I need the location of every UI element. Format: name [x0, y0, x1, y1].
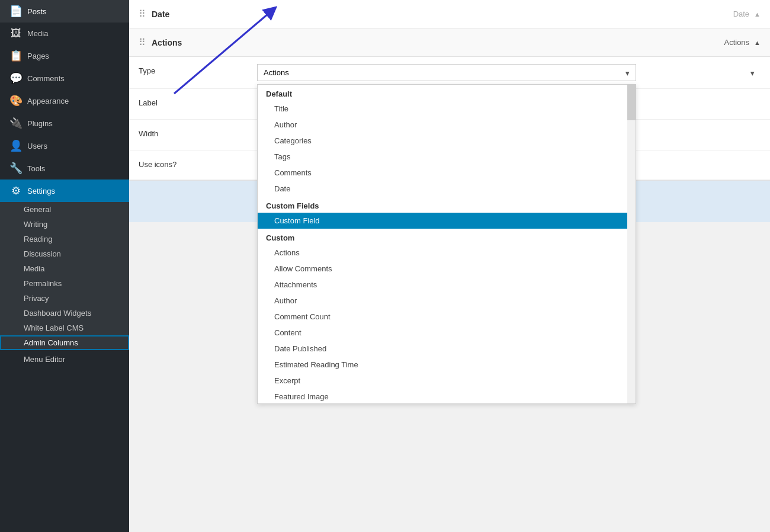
- actions-column-right-label: Actions: [724, 38, 749, 47]
- appearance-icon: 🎨: [9, 94, 23, 107]
- sidebar-item-menu-editor[interactable]: Menu Editor: [0, 350, 129, 368]
- sidebar-item-posts-label: Posts: [27, 7, 47, 16]
- submenu-permalinks-label: Permalinks: [24, 279, 62, 288]
- submenu-permalinks[interactable]: Permalinks: [0, 276, 129, 291]
- type-select-display[interactable]: Actions ▾: [257, 64, 636, 81]
- dropdown-item-comment-count[interactable]: Comment Count: [258, 309, 636, 325]
- dropdown-header-default: Default: [258, 85, 636, 101]
- sidebar-item-plugins-label: Plugins: [27, 119, 53, 128]
- submenu-general[interactable]: General: [0, 202, 129, 217]
- settings-icon: ⚙: [9, 184, 23, 197]
- sidebar-item-tools-label: Tools: [27, 164, 45, 173]
- date-column-arrow: ▲: [754, 11, 761, 18]
- dropdown-item-allow-comments[interactable]: Allow Comments: [258, 261, 636, 277]
- sidebar-item-pages[interactable]: 📋 Pages: [0, 44, 129, 67]
- submenu-admin-columns[interactable]: Admin Columns: [0, 335, 129, 350]
- dropdown-item-author2[interactable]: Author: [258, 293, 636, 309]
- dropdown-item-date-published[interactable]: Date Published: [258, 341, 636, 357]
- sidebar-item-users[interactable]: 👤 Users: [0, 134, 129, 157]
- sidebar-item-pages-label: Pages: [27, 52, 49, 60]
- dropdown-item-author[interactable]: Author: [258, 117, 636, 133]
- edit-panel: Type Actions ▾ Default Title Author: [129, 57, 770, 181]
- settings-submenu: General Writing Reading Discussion Media…: [0, 202, 129, 350]
- sidebar-item-comments-label: Comments: [27, 74, 65, 83]
- sidebar-item-media[interactable]: 🖼 Media: [0, 23, 129, 44]
- submenu-reading[interactable]: Reading: [0, 232, 129, 246]
- comments-icon: 💬: [9, 72, 23, 85]
- plugins-icon: 🔌: [9, 117, 23, 130]
- label-label: Label: [139, 96, 257, 107]
- sidebar-item-appearance-label: Appearance: [27, 97, 69, 105]
- dropdown-scrollbar-thumb[interactable]: [627, 85, 636, 120]
- sidebar-item-plugins[interactable]: 🔌 Plugins: [0, 112, 129, 134]
- submenu-general-label: General: [24, 205, 51, 214]
- date-column-row[interactable]: ⠿ Date Date ▲: [129, 0, 770, 28]
- dropdown-header-custom-fields: Custom Fields: [258, 197, 636, 213]
- dropdown-item-featured-image[interactable]: Featured Image: [258, 389, 636, 404]
- dropdown-item-tags[interactable]: Tags: [258, 149, 636, 165]
- dropdown-item-estimated-reading-time[interactable]: Estimated Reading Time: [258, 357, 636, 373]
- dropdown-item-content[interactable]: Content: [258, 325, 636, 341]
- sidebar-menu: 📄 Posts 🖼 Media 📋 Pages 💬 Comments �: [0, 0, 129, 368]
- type-select-value: Actions: [264, 68, 289, 77]
- date-column-right-label: Date: [733, 9, 749, 18]
- actions-column-arrow: ▲: [754, 39, 761, 46]
- submenu-white-label-cms[interactable]: White Label CMS: [0, 321, 129, 335]
- dropdown-item-title[interactable]: Title: [258, 101, 636, 117]
- submenu-media[interactable]: Media: [0, 261, 129, 276]
- date-column-name: Date: [152, 9, 733, 19]
- sidebar-item-appearance[interactable]: 🎨 Appearance: [0, 89, 129, 112]
- sidebar-item-settings[interactable]: ⚙ Settings General Writing Reading Discu…: [0, 180, 129, 350]
- submenu-writing-label: Writing: [24, 220, 47, 229]
- actions-column-name: Actions: [152, 38, 724, 47]
- dropdown-item-actions[interactable]: Actions: [258, 245, 636, 261]
- use-icons-label: Use icons?: [139, 158, 257, 169]
- sidebar: 📄 Posts 🖼 Media 📋 Pages 💬 Comments �: [0, 0, 129, 532]
- type-select-wrapper: Actions ▾: [257, 64, 761, 81]
- actions-drag-handle[interactable]: ⠿: [139, 37, 146, 48]
- submenu-writing[interactable]: Writing: [0, 217, 129, 232]
- submenu-discussion[interactable]: Discussion: [0, 246, 129, 261]
- sidebar-item-users-label: Users: [27, 142, 47, 150]
- pages-icon: 📋: [9, 49, 23, 62]
- submenu-privacy-label: Privacy: [24, 294, 49, 303]
- dropdown-item-categories[interactable]: Categories: [258, 133, 636, 149]
- users-icon: 👤: [9, 139, 23, 152]
- dropdown-item-comments[interactable]: Comments: [258, 165, 636, 181]
- actions-column-row[interactable]: ⠿ Actions Actions ▲: [129, 28, 770, 57]
- submenu-media-label: Media: [24, 264, 44, 273]
- submenu-admin-columns-label: Admin Columns: [24, 338, 78, 347]
- sidebar-item-comments[interactable]: 💬 Comments: [0, 67, 129, 89]
- dropdown-scrollbar-track: [627, 85, 636, 403]
- submenu-discussion-label: Discussion: [24, 249, 61, 258]
- width-label: Width: [139, 127, 257, 138]
- menu-editor-label: Menu Editor: [24, 355, 65, 364]
- dropdown-item-date[interactable]: Date: [258, 181, 636, 197]
- sidebar-item-media-label: Media: [27, 29, 48, 38]
- dropdown-item-excerpt[interactable]: Excerpt: [258, 373, 636, 389]
- type-label: Type: [139, 64, 257, 75]
- main-content: ⠿ Date Date ▲ ⠿ Actions Actions ▲ Type A…: [129, 0, 770, 532]
- type-dropdown-open[interactable]: Default Title Author Categories Tags Com…: [257, 84, 636, 404]
- sidebar-item-settings-label: Settings: [27, 187, 55, 196]
- dropdown-item-custom-field[interactable]: Custom Field: [258, 213, 636, 229]
- dropdown-arrow-icon: ▾: [625, 68, 630, 77]
- type-field: Type Actions ▾ Default Title Author: [129, 57, 770, 89]
- submenu-privacy[interactable]: Privacy: [0, 291, 129, 306]
- dropdown-item-attachments[interactable]: Attachments: [258, 277, 636, 293]
- dropdown-header-custom: Custom: [258, 229, 636, 245]
- sidebar-item-posts[interactable]: 📄 Posts: [0, 0, 129, 23]
- tools-icon: 🔧: [9, 162, 23, 175]
- submenu-white-label-cms-label: White Label CMS: [24, 323, 84, 332]
- submenu-reading-label: Reading: [24, 235, 52, 243]
- type-field-content: Actions ▾ Default Title Author Categorie…: [257, 64, 761, 81]
- sidebar-item-tools[interactable]: 🔧 Tools: [0, 157, 129, 180]
- submenu-dashboard-widgets-label: Dashboard Widgets: [24, 309, 91, 318]
- submenu-dashboard-widgets[interactable]: Dashboard Widgets: [0, 306, 129, 321]
- posts-icon: 📄: [9, 5, 23, 18]
- date-drag-handle[interactable]: ⠿: [139, 8, 146, 20]
- media-icon: 🖼: [9, 27, 23, 40]
- column-editor: ⠿ Date Date ▲ ⠿ Actions Actions ▲ Type A…: [129, 0, 770, 222]
